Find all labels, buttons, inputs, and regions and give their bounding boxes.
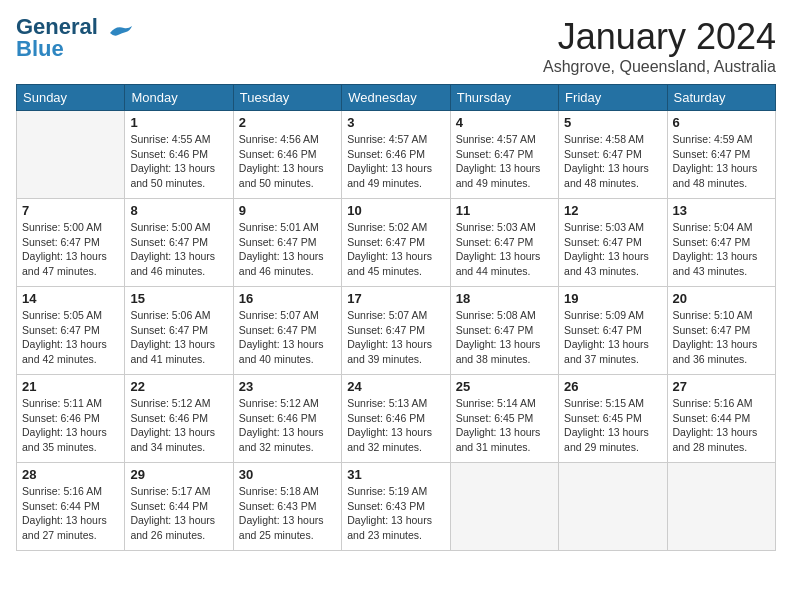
day-info: Sunrise: 5:16 AM Sunset: 6:44 PM Dayligh… bbox=[22, 484, 119, 543]
col-header-friday: Friday bbox=[559, 85, 667, 111]
day-cell: 3Sunrise: 4:57 AM Sunset: 6:46 PM Daylig… bbox=[342, 111, 450, 199]
day-cell: 5Sunrise: 4:58 AM Sunset: 6:47 PM Daylig… bbox=[559, 111, 667, 199]
day-info: Sunrise: 4:57 AM Sunset: 6:46 PM Dayligh… bbox=[347, 132, 444, 191]
day-cell: 26Sunrise: 5:15 AM Sunset: 6:45 PM Dayli… bbox=[559, 375, 667, 463]
day-info: Sunrise: 5:17 AM Sunset: 6:44 PM Dayligh… bbox=[130, 484, 227, 543]
day-number: 19 bbox=[564, 291, 661, 306]
day-info: Sunrise: 5:11 AM Sunset: 6:46 PM Dayligh… bbox=[22, 396, 119, 455]
day-number: 28 bbox=[22, 467, 119, 482]
day-info: Sunrise: 5:00 AM Sunset: 6:47 PM Dayligh… bbox=[22, 220, 119, 279]
day-number: 10 bbox=[347, 203, 444, 218]
day-info: Sunrise: 4:56 AM Sunset: 6:46 PM Dayligh… bbox=[239, 132, 336, 191]
day-info: Sunrise: 5:06 AM Sunset: 6:47 PM Dayligh… bbox=[130, 308, 227, 367]
day-number: 17 bbox=[347, 291, 444, 306]
day-cell: 4Sunrise: 4:57 AM Sunset: 6:47 PM Daylig… bbox=[450, 111, 558, 199]
day-info: Sunrise: 4:58 AM Sunset: 6:47 PM Dayligh… bbox=[564, 132, 661, 191]
day-number: 30 bbox=[239, 467, 336, 482]
day-number: 24 bbox=[347, 379, 444, 394]
logo-text: GeneralBlue bbox=[16, 16, 98, 60]
col-header-thursday: Thursday bbox=[450, 85, 558, 111]
day-cell bbox=[450, 463, 558, 551]
day-info: Sunrise: 5:02 AM Sunset: 6:47 PM Dayligh… bbox=[347, 220, 444, 279]
calendar-table: SundayMondayTuesdayWednesdayThursdayFrid… bbox=[16, 84, 776, 551]
day-cell bbox=[667, 463, 775, 551]
col-header-sunday: Sunday bbox=[17, 85, 125, 111]
day-cell: 25Sunrise: 5:14 AM Sunset: 6:45 PM Dayli… bbox=[450, 375, 558, 463]
day-info: Sunrise: 4:59 AM Sunset: 6:47 PM Dayligh… bbox=[673, 132, 770, 191]
col-header-tuesday: Tuesday bbox=[233, 85, 341, 111]
week-row-4: 21Sunrise: 5:11 AM Sunset: 6:46 PM Dayli… bbox=[17, 375, 776, 463]
day-cell: 2Sunrise: 4:56 AM Sunset: 6:46 PM Daylig… bbox=[233, 111, 341, 199]
day-cell: 17Sunrise: 5:07 AM Sunset: 6:47 PM Dayli… bbox=[342, 287, 450, 375]
day-cell: 16Sunrise: 5:07 AM Sunset: 6:47 PM Dayli… bbox=[233, 287, 341, 375]
col-header-wednesday: Wednesday bbox=[342, 85, 450, 111]
day-number: 29 bbox=[130, 467, 227, 482]
day-number: 20 bbox=[673, 291, 770, 306]
day-cell: 18Sunrise: 5:08 AM Sunset: 6:47 PM Dayli… bbox=[450, 287, 558, 375]
day-cell: 31Sunrise: 5:19 AM Sunset: 6:43 PM Dayli… bbox=[342, 463, 450, 551]
day-cell: 19Sunrise: 5:09 AM Sunset: 6:47 PM Dayli… bbox=[559, 287, 667, 375]
day-info: Sunrise: 5:15 AM Sunset: 6:45 PM Dayligh… bbox=[564, 396, 661, 455]
logo-bird-icon bbox=[102, 23, 134, 45]
day-number: 1 bbox=[130, 115, 227, 130]
day-number: 8 bbox=[130, 203, 227, 218]
week-row-5: 28Sunrise: 5:16 AM Sunset: 6:44 PM Dayli… bbox=[17, 463, 776, 551]
day-cell: 29Sunrise: 5:17 AM Sunset: 6:44 PM Dayli… bbox=[125, 463, 233, 551]
title-area: January 2024 Ashgrove, Queensland, Austr… bbox=[543, 16, 776, 76]
day-number: 14 bbox=[22, 291, 119, 306]
day-info: Sunrise: 5:14 AM Sunset: 6:45 PM Dayligh… bbox=[456, 396, 553, 455]
day-number: 31 bbox=[347, 467, 444, 482]
col-header-monday: Monday bbox=[125, 85, 233, 111]
day-info: Sunrise: 5:07 AM Sunset: 6:47 PM Dayligh… bbox=[347, 308, 444, 367]
day-number: 11 bbox=[456, 203, 553, 218]
week-row-3: 14Sunrise: 5:05 AM Sunset: 6:47 PM Dayli… bbox=[17, 287, 776, 375]
day-info: Sunrise: 5:13 AM Sunset: 6:46 PM Dayligh… bbox=[347, 396, 444, 455]
day-number: 6 bbox=[673, 115, 770, 130]
day-cell: 30Sunrise: 5:18 AM Sunset: 6:43 PM Dayli… bbox=[233, 463, 341, 551]
page-header: GeneralBlue January 2024 Ashgrove, Queen… bbox=[16, 16, 776, 76]
day-cell: 6Sunrise: 4:59 AM Sunset: 6:47 PM Daylig… bbox=[667, 111, 775, 199]
day-cell: 21Sunrise: 5:11 AM Sunset: 6:46 PM Dayli… bbox=[17, 375, 125, 463]
day-info: Sunrise: 5:00 AM Sunset: 6:47 PM Dayligh… bbox=[130, 220, 227, 279]
day-cell: 9Sunrise: 5:01 AM Sunset: 6:47 PM Daylig… bbox=[233, 199, 341, 287]
day-cell: 20Sunrise: 5:10 AM Sunset: 6:47 PM Dayli… bbox=[667, 287, 775, 375]
day-cell: 11Sunrise: 5:03 AM Sunset: 6:47 PM Dayli… bbox=[450, 199, 558, 287]
day-cell: 12Sunrise: 5:03 AM Sunset: 6:47 PM Dayli… bbox=[559, 199, 667, 287]
day-number: 5 bbox=[564, 115, 661, 130]
day-info: Sunrise: 5:09 AM Sunset: 6:47 PM Dayligh… bbox=[564, 308, 661, 367]
day-cell: 10Sunrise: 5:02 AM Sunset: 6:47 PM Dayli… bbox=[342, 199, 450, 287]
header-row: SundayMondayTuesdayWednesdayThursdayFrid… bbox=[17, 85, 776, 111]
day-cell: 7Sunrise: 5:00 AM Sunset: 6:47 PM Daylig… bbox=[17, 199, 125, 287]
day-cell: 23Sunrise: 5:12 AM Sunset: 6:46 PM Dayli… bbox=[233, 375, 341, 463]
day-info: Sunrise: 5:01 AM Sunset: 6:47 PM Dayligh… bbox=[239, 220, 336, 279]
day-number: 27 bbox=[673, 379, 770, 394]
day-number: 9 bbox=[239, 203, 336, 218]
logo: GeneralBlue bbox=[16, 16, 134, 60]
day-info: Sunrise: 5:16 AM Sunset: 6:44 PM Dayligh… bbox=[673, 396, 770, 455]
col-header-saturday: Saturday bbox=[667, 85, 775, 111]
day-number: 26 bbox=[564, 379, 661, 394]
day-number: 25 bbox=[456, 379, 553, 394]
day-number: 22 bbox=[130, 379, 227, 394]
day-cell: 22Sunrise: 5:12 AM Sunset: 6:46 PM Dayli… bbox=[125, 375, 233, 463]
day-number: 18 bbox=[456, 291, 553, 306]
day-info: Sunrise: 5:04 AM Sunset: 6:47 PM Dayligh… bbox=[673, 220, 770, 279]
day-number: 12 bbox=[564, 203, 661, 218]
day-info: Sunrise: 5:18 AM Sunset: 6:43 PM Dayligh… bbox=[239, 484, 336, 543]
day-info: Sunrise: 4:57 AM Sunset: 6:47 PM Dayligh… bbox=[456, 132, 553, 191]
day-cell: 28Sunrise: 5:16 AM Sunset: 6:44 PM Dayli… bbox=[17, 463, 125, 551]
day-cell bbox=[559, 463, 667, 551]
logo-blue: Blue bbox=[16, 36, 64, 61]
location-title: Ashgrove, Queensland, Australia bbox=[543, 58, 776, 76]
day-number: 13 bbox=[673, 203, 770, 218]
day-cell: 13Sunrise: 5:04 AM Sunset: 6:47 PM Dayli… bbox=[667, 199, 775, 287]
week-row-2: 7Sunrise: 5:00 AM Sunset: 6:47 PM Daylig… bbox=[17, 199, 776, 287]
day-info: Sunrise: 5:03 AM Sunset: 6:47 PM Dayligh… bbox=[564, 220, 661, 279]
day-info: Sunrise: 4:55 AM Sunset: 6:46 PM Dayligh… bbox=[130, 132, 227, 191]
day-number: 2 bbox=[239, 115, 336, 130]
day-number: 15 bbox=[130, 291, 227, 306]
day-number: 7 bbox=[22, 203, 119, 218]
day-number: 16 bbox=[239, 291, 336, 306]
day-cell: 27Sunrise: 5:16 AM Sunset: 6:44 PM Dayli… bbox=[667, 375, 775, 463]
day-cell: 24Sunrise: 5:13 AM Sunset: 6:46 PM Dayli… bbox=[342, 375, 450, 463]
